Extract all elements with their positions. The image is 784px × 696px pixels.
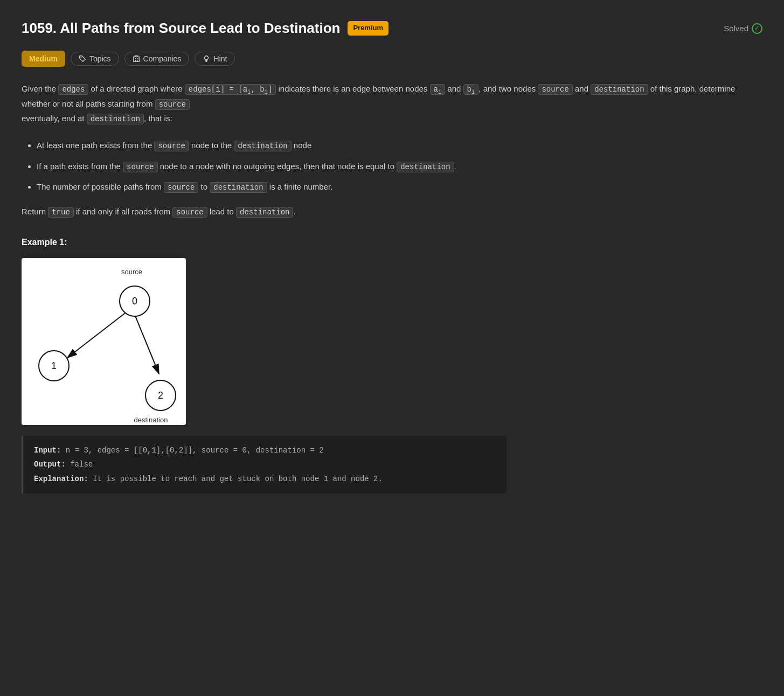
desc-eventually: eventually, end at: [22, 114, 87, 123]
return-source-code: source: [172, 207, 207, 218]
svg-rect-3: [136, 58, 137, 59]
bullet2-destination: destination: [397, 162, 454, 172]
desc-destination-code2: destination: [87, 114, 144, 124]
output-value: false: [70, 460, 93, 469]
edge-0-1: [67, 312, 127, 358]
example1-section: Example 1: source destination 0 1: [22, 235, 762, 493]
bullet-item-3: The number of possible paths from source…: [37, 180, 762, 194]
companies-label: Companies: [143, 54, 182, 63]
explanation-label: Explanation:: [34, 475, 88, 483]
node-2-label: 2: [158, 390, 163, 401]
hint-button[interactable]: Hint: [195, 52, 235, 66]
input-value: n = 3, edges = [[0,1],[0,2]], source = 0…: [66, 446, 324, 455]
desc-source-code2: source: [155, 99, 190, 110]
description: Given the edges of a directed graph wher…: [22, 82, 762, 126]
title-area: 1059. All Paths from Source Lead to Dest…: [22, 17, 388, 40]
svg-rect-5: [136, 60, 137, 61]
tag-icon: [79, 55, 86, 62]
bullet1-source: source: [154, 141, 189, 151]
bullet-item-2: If a path exists from the source node to…: [37, 159, 762, 174]
example1-io: Input: n = 3, edges = [[0,1],[0,2]], sou…: [22, 436, 507, 494]
header-row: 1059. All Paths from Source Lead to Dest…: [22, 17, 762, 40]
desc-and-dest: and: [573, 84, 591, 93]
solved-check-icon: ✓: [752, 23, 762, 34]
topics-label: Topics: [89, 54, 111, 63]
bullet2-source: source: [123, 162, 157, 172]
desc-given: Given the: [22, 84, 58, 93]
example1-title: Example 1:: [22, 235, 762, 249]
svg-rect-4: [135, 60, 136, 61]
return-true-code: true: [48, 207, 74, 218]
desc-of-directed: of a directed graph where: [88, 84, 184, 93]
tags-row: Medium Topics Companies Hint: [22, 51, 762, 67]
bullet-list: At least one path exists from the source…: [22, 138, 762, 194]
graph-svg: source destination 0 1 2: [22, 258, 186, 425]
bulb-icon: [203, 55, 210, 62]
destination-label: destination: [134, 416, 168, 424]
building-icon: [133, 55, 140, 62]
premium-badge: Premium: [348, 21, 388, 36]
desc-indicates: indicates there is an edge between nodes: [276, 84, 429, 93]
example1-output-row: Output: false: [34, 457, 496, 472]
solved-label: Solved: [724, 22, 748, 35]
edge-0-2: [135, 315, 159, 374]
example1-explanation-row: Explanation: It is possible to reach and…: [34, 472, 496, 486]
node-0-label: 0: [132, 296, 137, 307]
svg-rect-1: [133, 57, 139, 61]
topics-button[interactable]: Topics: [71, 52, 119, 66]
desc-edges-i-code: edges[i] = [ai, bi]: [185, 84, 276, 95]
graph-diagram: source destination 0 1 2: [22, 258, 186, 425]
example1-input-row: Input: n = 3, edges = [[0,1],[0,2]], sou…: [34, 443, 496, 458]
desc-source-code: source: [538, 84, 572, 95]
svg-point-0: [80, 57, 81, 58]
node-1-label: 1: [51, 360, 57, 371]
problem-title: 1059. All Paths from Source Lead to Dest…: [22, 17, 340, 40]
desc-that-is: , that is:: [144, 114, 172, 123]
return-destination-code: destination: [236, 207, 293, 218]
output-label: Output:: [34, 460, 66, 469]
svg-point-6: [205, 56, 209, 60]
desc-ai-code: ai: [430, 84, 446, 95]
desc-and1: and: [445, 84, 463, 93]
explanation-value: It is possible to reach and get stuck on…: [93, 475, 383, 483]
bullet3-destination: destination: [210, 182, 267, 193]
svg-rect-2: [135, 58, 136, 59]
desc-edges-code: edges: [58, 84, 88, 95]
solved-indicator: Solved ✓: [724, 22, 762, 35]
bullet-item-1: At least one path exists from the source…: [37, 138, 762, 153]
hint-label: Hint: [213, 54, 227, 63]
difficulty-badge: Medium: [22, 51, 65, 67]
bullet1-destination: destination: [234, 141, 291, 151]
source-label: source: [121, 268, 142, 276]
companies-button[interactable]: Companies: [124, 52, 190, 66]
desc-destination-code: destination: [591, 84, 648, 95]
bullet3-source: source: [164, 182, 198, 193]
return-line: Return true if and only if all roads fro…: [22, 205, 762, 218]
desc-bi-code: bi: [463, 84, 479, 95]
input-label: Input:: [34, 446, 61, 455]
desc-and-two-nodes: , and two nodes: [478, 84, 538, 93]
